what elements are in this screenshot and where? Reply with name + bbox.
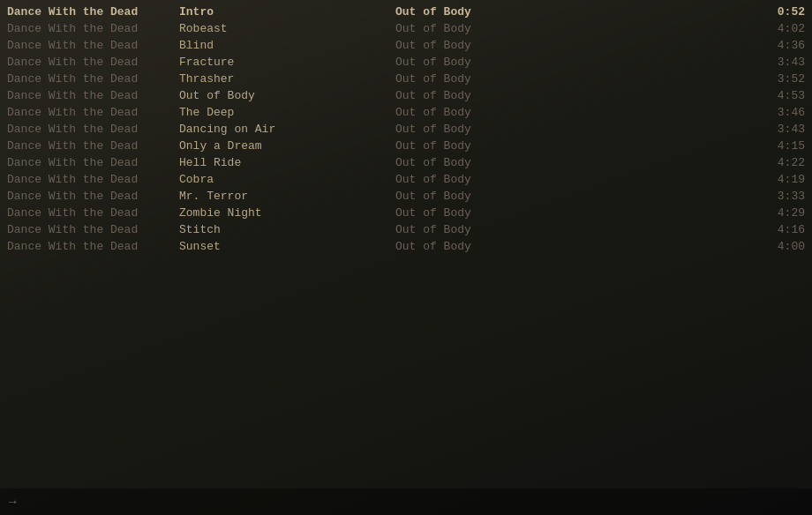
track-album: Out of Body <box>395 190 752 203</box>
table-row[interactable]: Dance With the DeadHell RideOut of Body4… <box>0 154 812 171</box>
track-artist: Dance With the Dead <box>7 156 179 169</box>
track-artist: Dance With the Dead <box>7 56 179 69</box>
col-header-artist: Dance With the Dead <box>7 5 179 19</box>
track-title: Stitch <box>179 223 395 236</box>
track-duration: 3:46 <box>752 106 805 119</box>
table-header: Dance With the Dead Intro Out of Body 0:… <box>0 4 812 20</box>
track-title: Hell Ride <box>179 156 395 169</box>
track-artist: Dance With the Dead <box>7 106 179 119</box>
track-album: Out of Body <box>395 106 752 119</box>
arrow-icon: → <box>9 495 16 509</box>
track-album: Out of Body <box>395 240 752 253</box>
track-title: Cobra <box>179 173 395 186</box>
col-header-album: Out of Body <box>395 5 752 19</box>
track-duration: 3:52 <box>752 72 805 86</box>
track-list: Dance With the Dead Intro Out of Body 0:… <box>0 0 812 258</box>
track-duration: 4:29 <box>752 206 805 220</box>
table-row[interactable]: Dance With the DeadCobraOut of Body4:19 <box>0 171 812 188</box>
track-title: Sunset <box>179 240 395 253</box>
track-duration: 4:22 <box>752 156 805 169</box>
track-title: Thrasher <box>179 72 395 86</box>
track-title: Blind <box>179 39 395 52</box>
track-duration: 4:53 <box>752 89 805 102</box>
track-title: Zombie Night <box>179 206 395 220</box>
table-row[interactable]: Dance With the DeadSunsetOut of Body4:00 <box>0 238 812 255</box>
table-row[interactable]: Dance With the DeadOnly a DreamOut of Bo… <box>0 138 812 154</box>
table-row[interactable]: Dance With the DeadStitchOut of Body4:16 <box>0 221 812 238</box>
track-album: Out of Body <box>395 22 752 35</box>
track-artist: Dance With the Dead <box>7 72 179 86</box>
track-duration: 3:33 <box>752 190 805 203</box>
track-title: Mr. Terror <box>179 190 395 203</box>
track-artist: Dance With the Dead <box>7 190 179 203</box>
track-album: Out of Body <box>395 123 752 136</box>
table-row[interactable]: Dance With the DeadThe DeepOut of Body3:… <box>0 104 812 121</box>
track-artist: Dance With the Dead <box>7 39 179 52</box>
bottom-bar: → <box>0 489 812 515</box>
track-duration: 4:00 <box>752 240 805 253</box>
track-duration: 4:16 <box>752 223 805 236</box>
col-header-title: Intro <box>179 5 395 19</box>
track-artist: Dance With the Dead <box>7 89 179 102</box>
table-row[interactable]: Dance With the DeadRobeastOut of Body4:0… <box>0 20 812 37</box>
track-title: Out of Body <box>179 89 395 102</box>
track-artist: Dance With the Dead <box>7 123 179 136</box>
track-artist: Dance With the Dead <box>7 223 179 236</box>
track-album: Out of Body <box>395 139 752 153</box>
table-row[interactable]: Dance With the DeadBlindOut of Body4:36 <box>0 37 812 54</box>
table-row[interactable]: Dance With the DeadOut of BodyOut of Bod… <box>0 87 812 104</box>
track-album: Out of Body <box>395 72 752 86</box>
track-album: Out of Body <box>395 89 752 102</box>
track-album: Out of Body <box>395 39 752 52</box>
track-album: Out of Body <box>395 56 752 69</box>
track-album: Out of Body <box>395 223 752 236</box>
track-artist: Dance With the Dead <box>7 22 179 35</box>
track-album: Out of Body <box>395 156 752 169</box>
track-title: Only a Dream <box>179 139 395 153</box>
track-duration: 4:36 <box>752 39 805 52</box>
track-title: The Deep <box>179 106 395 119</box>
table-row[interactable]: Dance With the DeadZombie NightOut of Bo… <box>0 205 812 221</box>
track-title: Fracture <box>179 56 395 69</box>
track-duration: 4:02 <box>752 22 805 35</box>
table-row[interactable]: Dance With the DeadDancing on AirOut of … <box>0 121 812 138</box>
track-album: Out of Body <box>395 173 752 186</box>
table-row[interactable]: Dance With the DeadThrasherOut of Body3:… <box>0 71 812 87</box>
track-duration: 4:15 <box>752 139 805 153</box>
track-album: Out of Body <box>395 206 752 220</box>
track-artist: Dance With the Dead <box>7 240 179 253</box>
track-duration: 4:19 <box>752 173 805 186</box>
col-header-duration: 0:52 <box>752 5 805 19</box>
track-title: Robeast <box>179 22 395 35</box>
table-row[interactable]: Dance With the DeadMr. TerrorOut of Body… <box>0 188 812 205</box>
table-row[interactable]: Dance With the DeadFractureOut of Body3:… <box>0 54 812 71</box>
track-duration: 3:43 <box>752 123 805 136</box>
track-artist: Dance With the Dead <box>7 139 179 153</box>
track-title: Dancing on Air <box>179 123 395 136</box>
track-artist: Dance With the Dead <box>7 206 179 220</box>
track-artist: Dance With the Dead <box>7 173 179 186</box>
track-duration: 3:43 <box>752 56 805 69</box>
